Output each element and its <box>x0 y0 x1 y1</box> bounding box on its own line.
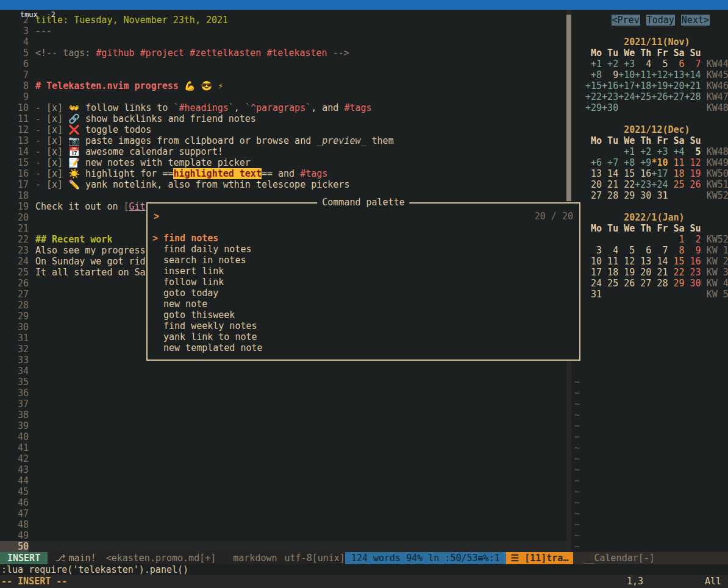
today-button[interactable]: Today <box>646 15 675 26</box>
editor-line[interactable]: 10- [x] 👐 follow links to `#headings`, `… <box>0 102 566 113</box>
calendar-week-row[interactable]: 24 25 26 27 28 29 30 KW 4 <box>571 278 728 289</box>
calendar-day-group[interactable]: +29+30 <box>585 102 618 113</box>
editor-line[interactable]: 40 <box>0 431 566 442</box>
editor-line[interactable]: 6 <box>0 58 566 69</box>
calendar-day-group[interactable]: 11 <box>668 157 684 168</box>
editor-line[interactable]: 47 <box>0 508 566 519</box>
calendar-day-group[interactable]: 30 <box>685 278 701 289</box>
palette-item[interactable]: goto today <box>148 288 579 299</box>
calendar-day-group[interactable]: 16 <box>685 256 701 267</box>
calendar-day-group[interactable] <box>602 289 701 300</box>
calendar-day-group[interactable]: 26 <box>685 179 701 190</box>
calendar-week-row[interactable]: 20 21 22+23+24 25 26 KW51 <box>571 179 728 190</box>
palette-item[interactable]: goto thisweek <box>148 310 579 321</box>
editor-line[interactable]: 45 <box>0 486 566 497</box>
calendar-day-group[interactable] <box>668 190 695 201</box>
editor-line[interactable]: 50 <box>0 541 566 552</box>
editor-line[interactable]: 7 <box>0 69 566 80</box>
prev-button[interactable]: <Prev <box>612 15 640 26</box>
calendar-day-group[interactable]: 1 <box>668 234 684 245</box>
editor-line[interactable]: 3--- <box>0 26 566 37</box>
calendar-day-group[interactable]: 10 11 12 13 14 <box>585 256 668 267</box>
command-palette[interactable]: Command palette > 20 / 20 >find notesfin… <box>146 202 580 361</box>
editor-line[interactable]: 37 <box>0 398 566 409</box>
calendar-day-group[interactable] <box>585 234 668 245</box>
calendar-week-row[interactable]: +22+23+24+25+26+27+28 KW47 <box>571 91 728 102</box>
calendar-day-group[interactable]: +8 <box>585 69 602 80</box>
calendar-day-group[interactable]: 4 5 <box>635 58 668 69</box>
calendar-day-group[interactable]: 17 18 19 20 21 <box>585 267 668 278</box>
editor-line[interactable]: 2title: Tuesday, November 23th, 2021 <box>0 15 566 26</box>
editor-line[interactable]: 38 <box>0 409 566 420</box>
calendar-week-row[interactable]: 17 18 19 20 21 22 23 KW 3 <box>571 267 728 278</box>
calendar-day-group[interactable]: +6 +7 +8 +9 <box>585 157 651 168</box>
editor-line[interactable]: 42 <box>0 453 566 464</box>
calendar-week-row[interactable]: 13 14 15 16+17 18 19 KW50 <box>571 168 728 179</box>
editor-line[interactable]: 34 <box>0 366 566 377</box>
buffers-indicator[interactable]: ☰ [11]tra… <box>506 552 574 564</box>
calendar-day-group[interactable]: 3 4 5 6 7 <box>585 245 668 256</box>
editor-line[interactable]: 9 <box>0 91 566 102</box>
editor-line[interactable]: 46 <box>0 497 566 508</box>
git-branch[interactable]: ⎇main! <box>55 552 96 564</box>
calendar-day-group[interactable]: 9 <box>685 245 701 256</box>
calendar-day-group[interactable]: 25 <box>668 179 684 190</box>
calendar-week-row[interactable]: +15+16+17+18+19+20+21 KW46 <box>571 80 728 91</box>
calendar-week-row[interactable]: +1 +2 +3 +4 5 KW48 <box>571 146 728 157</box>
calendar-day-group[interactable]: 23 <box>685 267 701 278</box>
calendar-day-group[interactable]: 2 <box>685 234 701 245</box>
editor-line[interactable]: 13- [x] 📷 paste images from clipboard or… <box>0 135 566 146</box>
calendar-day-group[interactable]: +17 <box>651 168 668 179</box>
editor-line[interactable]: 41 <box>0 442 566 453</box>
palette-item[interactable]: new note <box>148 299 579 310</box>
calendar-week-row[interactable]: +1 +2 +3 4 5 6 7 KW44 <box>571 58 728 69</box>
calendar-day-group[interactable]: 15 <box>668 256 684 267</box>
calendar-day-group[interactable]: 18 <box>668 168 684 179</box>
calendar-day-group[interactable] <box>618 102 701 113</box>
calendar-day-group[interactable]: 29 <box>668 278 684 289</box>
editor-line[interactable]: 12- [x] ❌ toggle todos <box>0 124 566 135</box>
calendar-week-row[interactable]: 3 4 5 6 7 8 9 KW 1 <box>571 245 728 256</box>
calendar-week-row[interactable]: 31 KW 5 <box>571 289 728 300</box>
calendar-day-group[interactable]: 20 21 22 <box>585 179 635 190</box>
calendar-day-group[interactable]: 6 <box>668 58 684 69</box>
editor-line[interactable]: 17- [x] ✏️ yank notelink, also from wthi… <box>0 179 566 190</box>
calendar-week-row[interactable]: +6 +7 +8 +9*10 11 12 KW49 <box>571 157 728 168</box>
calendar-week-row[interactable]: +8 9+10+11+12+13+14 KW45 <box>571 69 728 80</box>
editor-line[interactable]: 35 <box>0 377 566 388</box>
editor-line[interactable]: 15- [x] 📝 new notes with template picker <box>0 157 566 168</box>
editor-line[interactable]: 14- [x] 📅 awesome calendar support! <box>0 146 566 157</box>
calendar-day-group[interactable]: 7 <box>685 58 701 69</box>
calendar-week-row[interactable]: +29+30 KW48 <box>571 102 728 113</box>
calendar-day-group[interactable]: +10+11+12+13+14 <box>618 69 701 80</box>
palette-item[interactable]: >find notes <box>148 233 579 244</box>
calendar-day-group[interactable]: 12 <box>685 157 701 168</box>
palette-item[interactable]: follow link <box>148 277 579 288</box>
palette-item[interactable]: new templated note <box>148 342 579 353</box>
calendar-week-row[interactable]: 27 28 29 30 31 KW52 <box>571 190 728 201</box>
editor-line[interactable]: 18 <box>0 190 566 201</box>
editor-line[interactable]: 39 <box>0 420 566 431</box>
calendar-day-group[interactable] <box>585 146 618 157</box>
command-line[interactable]: :lua require('telekasten').panel() <box>0 564 728 575</box>
calendar-day-group[interactable]: *10 <box>651 157 668 168</box>
calendar-day-group[interactable]: 27 28 29 30 31 <box>585 190 668 201</box>
calendar-window[interactable]: <PrevTodayNext> 2021/11(Nov) Mo Tu We Th… <box>571 10 728 552</box>
palette-item[interactable]: insert link <box>148 266 579 277</box>
calendar-day-group[interactable]: +1 +2 +3 +4 <box>618 146 684 157</box>
calendar-week-row[interactable]: 10 11 12 13 14 15 16 KW 2 <box>571 256 728 267</box>
palette-prompt[interactable]: > 20 / 20 <box>148 211 579 222</box>
editor-line[interactable]: 43 <box>0 464 566 475</box>
editor-line[interactable]: 8# Telekasten.nvim progress 💪 😎 ⚡ <box>0 80 566 91</box>
palette-item[interactable]: yank link to note <box>148 331 579 342</box>
editor-line[interactable]: 36 <box>0 388 566 398</box>
calendar-day-group[interactable]: 22 <box>668 267 684 278</box>
calendar-day-group[interactable]: 5 <box>685 146 701 157</box>
editor-line[interactable]: 44 <box>0 475 566 486</box>
calendar-week-row[interactable]: 1 2 KW52 <box>571 234 728 245</box>
calendar-day-group[interactable]: 24 25 26 27 28 <box>585 278 668 289</box>
calendar-day-group[interactable]: +23+24 <box>635 179 668 190</box>
palette-item[interactable]: find weekly notes <box>148 321 579 331</box>
calendar-day-group[interactable]: 19 <box>685 168 701 179</box>
editor-line[interactable]: 16- [x] ☀️ highlight for ==highlighted t… <box>0 168 566 179</box>
